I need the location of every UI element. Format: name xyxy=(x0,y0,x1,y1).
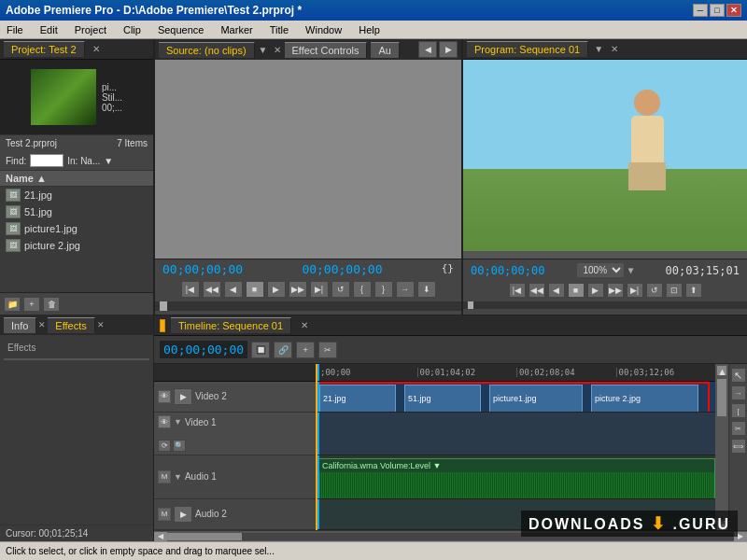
step-back-button[interactable]: ◀◀ xyxy=(203,281,221,298)
column-header[interactable]: Name ▲ xyxy=(0,171,153,187)
prev-tab-button[interactable]: ◀ xyxy=(418,41,437,58)
hscroll-thumb[interactable] xyxy=(167,533,242,540)
prog-play-rev[interactable]: ◀ xyxy=(548,283,565,298)
file-item-51jpg[interactable]: 🖼 51.jpg xyxy=(0,203,153,220)
play-button[interactable]: ▶ xyxy=(267,281,286,298)
loop-button[interactable]: ↺ xyxy=(331,281,350,298)
effect-controls-tab[interactable]: Effect Controls xyxy=(285,42,368,58)
tl-add-tracks-btn[interactable]: + xyxy=(296,342,315,358)
file-item-picture1[interactable]: 🖼 picture1.jpg xyxy=(0,220,153,237)
video1-track[interactable] xyxy=(317,413,715,455)
file-item-picture2[interactable]: 🖼 picture 2.jpg xyxy=(0,237,153,254)
in-dropdown[interactable]: ▼ xyxy=(104,156,113,166)
prog-stop[interactable]: ■ xyxy=(568,283,585,298)
menu-marker[interactable]: Marker xyxy=(218,23,255,36)
timeline-tab[interactable]: Timeline: Sequence 01 xyxy=(171,317,291,333)
effects-tab[interactable]: Effects xyxy=(48,317,94,333)
video1-expand[interactable]: ▼ xyxy=(174,417,182,427)
audio2-mute[interactable]: M xyxy=(158,508,171,521)
scrub-handle[interactable] xyxy=(160,301,167,311)
program-tab[interactable]: Program: Sequence 01 xyxy=(467,41,588,57)
overwrite-button[interactable]: ⬇ xyxy=(417,281,436,298)
source-tab[interactable]: Source: (no clips) xyxy=(159,42,255,58)
insert-button[interactable]: → xyxy=(396,281,415,298)
audio1-expand[interactable]: ▼ xyxy=(174,472,182,482)
program-dropdown[interactable]: ▼ xyxy=(594,44,603,54)
source-scrubber[interactable] xyxy=(155,301,461,311)
zoom-select[interactable]: 100% xyxy=(576,262,625,278)
ripple-tool[interactable]: [ xyxy=(731,403,746,418)
audio-tab[interactable]: Au xyxy=(371,42,399,58)
clip-21jpg[interactable]: 21.jpg xyxy=(319,385,396,413)
slip-tool[interactable]: ⟺ xyxy=(731,439,746,454)
next-tab-button[interactable]: ▶ xyxy=(439,41,458,58)
video2-play-btn[interactable]: ▶ xyxy=(174,388,192,405)
track-select-tool[interactable]: → xyxy=(731,385,746,400)
clip-picture2[interactable]: picture 2.jpg xyxy=(591,385,698,413)
prog-step-fwd[interactable]: ▶▶ xyxy=(607,283,624,298)
audio2-play-btn[interactable]: ▶ xyxy=(174,506,192,523)
hscroll-left-btn[interactable]: ◀ xyxy=(154,532,167,541)
prog-loop[interactable]: ↺ xyxy=(646,283,663,298)
program-close-btn[interactable]: ✕ xyxy=(611,44,618,54)
go-to-out-button[interactable]: ▶| xyxy=(310,281,329,298)
close-button[interactable]: ✕ xyxy=(726,4,741,17)
effects-close[interactable]: ✕ xyxy=(97,320,105,329)
prog-go-end[interactable]: ▶| xyxy=(627,283,643,298)
video1-tool2[interactable]: 🔍 xyxy=(173,440,186,452)
tl-razor-btn[interactable]: ✂ xyxy=(318,342,337,358)
timeline-timecode[interactable]: 00;00;00;00 xyxy=(160,341,247,358)
menu-project[interactable]: Project xyxy=(72,23,109,36)
menu-window[interactable]: Window xyxy=(303,23,345,36)
timeline-close-btn[interactable]: ✕ xyxy=(301,320,308,330)
video2-eye[interactable]: 👁 xyxy=(158,390,171,403)
menu-title[interactable]: Title xyxy=(267,23,291,36)
menu-edit[interactable]: Edit xyxy=(37,23,61,36)
video2-track[interactable]: 21.jpg 51.jpg picture1.jpg picture 2.jpg xyxy=(317,382,715,413)
clip-51jpg[interactable]: 51.jpg xyxy=(404,385,481,413)
prog-out[interactable]: ⬆ xyxy=(685,283,702,298)
menu-help[interactable]: Help xyxy=(356,23,383,36)
clip-picture1[interactable]: picture1.jpg xyxy=(489,385,583,413)
video1-tool1[interactable]: ⟳ xyxy=(158,440,171,452)
step-forward-button[interactable]: ▶▶ xyxy=(289,281,307,298)
vscroll-up-btn[interactable]: ▲ xyxy=(717,366,726,375)
program-scrub-handle[interactable] xyxy=(468,301,473,309)
play-reverse-button[interactable]: ◀ xyxy=(224,281,243,298)
menu-file[interactable]: File xyxy=(4,23,26,36)
file-item-21jpg[interactable]: 🖼 21.jpg xyxy=(0,187,153,203)
prog-step-back[interactable]: ◀◀ xyxy=(529,283,545,298)
go-to-in-button[interactable]: |◀ xyxy=(181,281,200,298)
timeline-vscroll[interactable]: ▲ ▼ xyxy=(715,364,728,530)
razor-tool[interactable]: ✂ xyxy=(731,421,746,436)
prog-safe[interactable]: ⊡ xyxy=(666,283,683,298)
source-close-btn[interactable]: ✕ xyxy=(274,45,281,55)
select-tool[interactable]: ↖ xyxy=(731,368,746,383)
find-input[interactable] xyxy=(30,154,63,167)
clear-button[interactable]: 🗑 xyxy=(43,297,60,312)
menu-clip[interactable]: Clip xyxy=(120,23,144,36)
new-item-button[interactable]: + xyxy=(23,297,40,312)
prog-go-start[interactable]: |◀ xyxy=(509,283,526,298)
new-bin-button[interactable]: 📁 xyxy=(4,297,21,312)
menu-sequence[interactable]: Sequence xyxy=(155,23,207,36)
project-tab[interactable]: Project: Test 2 xyxy=(4,41,85,57)
prog-play[interactable]: ▶ xyxy=(587,283,604,298)
stop-button[interactable]: ■ xyxy=(246,281,264,298)
audio1-mute[interactable]: M xyxy=(158,470,171,483)
tl-link-btn[interactable]: 🔗 xyxy=(274,342,292,358)
video1-eye[interactable]: 👁 xyxy=(158,415,171,428)
program-scrubber[interactable] xyxy=(463,301,747,309)
mark-out-button[interactable]: } xyxy=(374,281,393,298)
audio1-clip[interactable]: California.wma Volume:Level ▼ xyxy=(317,458,715,498)
tl-snap-btn[interactable]: 🔲 xyxy=(251,342,270,358)
audio1-track[interactable]: California.wma Volume:Level ▼ xyxy=(317,455,715,498)
project-close[interactable]: ✕ xyxy=(92,44,100,54)
vscroll-thumb[interactable] xyxy=(717,379,726,416)
minimize-button[interactable]: ─ xyxy=(693,4,708,17)
info-tab[interactable]: Info xyxy=(4,317,36,333)
source-dropdown[interactable]: ▼ xyxy=(259,45,268,55)
mark-in-button[interactable]: { xyxy=(353,281,372,298)
maximize-button[interactable]: □ xyxy=(710,4,725,17)
program-hscroll[interactable] xyxy=(463,251,747,259)
